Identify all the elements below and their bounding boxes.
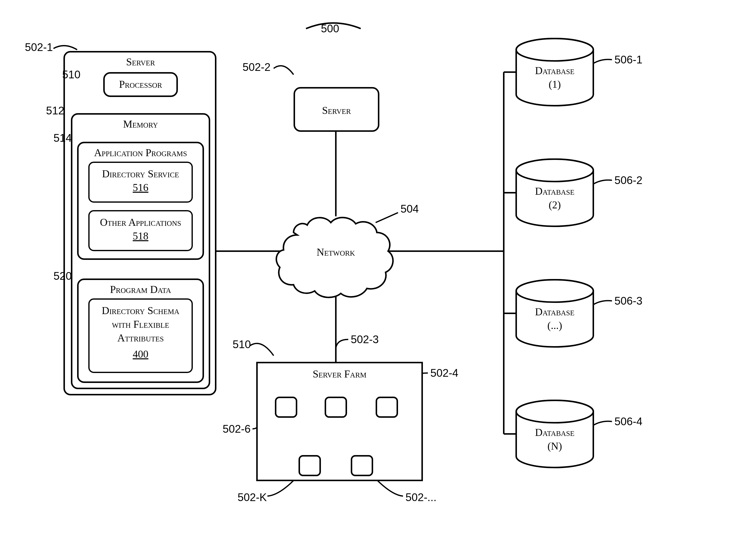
ref-514: 514 (54, 132, 72, 144)
ref-510-farm: 510 (233, 338, 251, 351)
svg-point-12 (516, 400, 593, 423)
svg-point-10 (516, 159, 593, 182)
ref-502-3: 502-3 (351, 333, 379, 346)
db4-l1: Database (517, 426, 592, 438)
app-programs-title: Application Programs (80, 147, 201, 159)
schema-l3: Attributes (90, 332, 192, 344)
db2-l1: Database (517, 185, 592, 197)
db3-l2: (...) (517, 320, 592, 332)
farm-node-1 (275, 397, 297, 418)
farm-node-5 (351, 455, 373, 476)
db2-l2: (2) (517, 199, 592, 211)
farm-node-3 (376, 397, 398, 418)
program-data-title: Program Data (80, 283, 201, 295)
ref-502-1: 502-1 (25, 41, 53, 54)
ref-500: 500 (321, 22, 339, 35)
server-title: Server (110, 56, 172, 68)
ref-504: 504 (400, 203, 419, 215)
ref-506-3: 506-3 (614, 295, 642, 307)
ref-502-2: 502-2 (242, 61, 271, 73)
db1-l1: Database (517, 65, 592, 77)
db3-l1: Database (517, 306, 592, 318)
schema-l2: with Flexible (90, 318, 192, 330)
ref-506-1: 506-1 (614, 54, 642, 66)
memory-title: Memory (108, 118, 173, 130)
db4-l2: (N) (517, 440, 592, 452)
server-farm-title: Server Farm (284, 368, 396, 380)
network-label: Network (307, 246, 364, 258)
farm-node-4 (299, 455, 321, 476)
farm-node-2 (325, 397, 347, 418)
ref-502-4: 502-4 (430, 367, 458, 379)
directory-service-label: Directory Service (90, 168, 192, 180)
db1-l2: (1) (517, 78, 592, 90)
ref-502-K: 502-K (238, 491, 267, 503)
directory-service-num: 516 (90, 182, 192, 194)
ref-520: 520 (54, 270, 72, 282)
ref-502-6: 502-6 (223, 423, 251, 435)
ref-512: 512 (46, 104, 64, 117)
svg-point-9 (516, 39, 593, 61)
schema-num: 400 (90, 348, 192, 360)
schema-l1: Directory Schema (90, 305, 192, 317)
other-apps-num: 518 (90, 230, 192, 242)
ref-502-dots: 502-... (405, 491, 437, 503)
svg-point-11 (516, 280, 593, 302)
ref-510-proc: 510 (62, 68, 80, 81)
processor-label: Processor (106, 78, 175, 90)
ref-506-4: 506-4 (614, 415, 642, 428)
server-2-label: Server (296, 104, 377, 116)
ref-506-2: 506-2 (614, 174, 642, 186)
other-apps-label: Other Applications (90, 216, 192, 228)
